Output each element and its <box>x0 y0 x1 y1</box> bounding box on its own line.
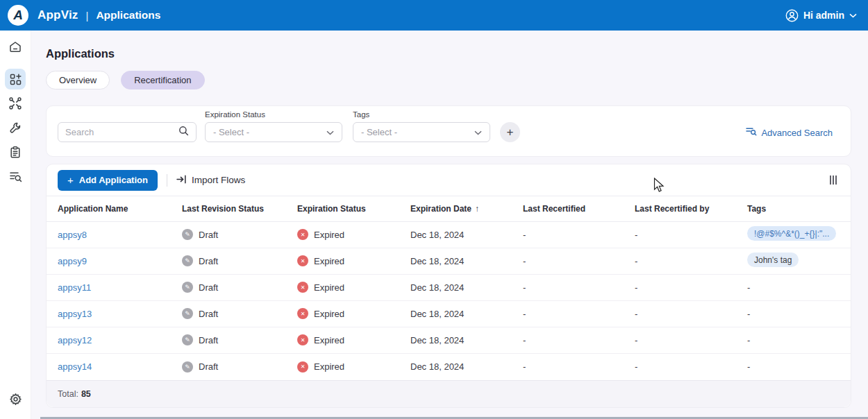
application-name-link[interactable]: appsy14 <box>58 361 92 372</box>
cell-last-recertified: - <box>523 335 635 345</box>
sort-ascending-icon[interactable]: ↑ <box>475 204 479 214</box>
expired-x-icon: ✕ <box>297 334 308 345</box>
main-content: Applications Overview Recertification Ex… <box>31 31 868 419</box>
tags-select-value: - Select - <box>361 127 397 137</box>
application-name-link[interactable]: appsy12 <box>58 335 92 345</box>
list-search-icon <box>9 171 22 182</box>
import-flows-button[interactable]: Import Flows <box>176 175 245 186</box>
column-header-last-recertified-by[interactable]: Last Recertified by <box>635 204 747 214</box>
wrench-icon <box>9 121 22 135</box>
import-icon <box>176 175 187 186</box>
column-header-tags[interactable]: Tags <box>747 204 851 214</box>
appviz-logo-icon[interactable]: A <box>8 5 28 26</box>
cell-last-revision-status: ✎Draft <box>182 361 297 373</box>
cell-last-recertified: - <box>523 230 635 240</box>
sidebar-item-home[interactable] <box>5 37 26 58</box>
tag-pill[interactable]: !@#$%^&*()_+{}|:"... <box>747 226 836 241</box>
draft-pencil-icon: ✎ <box>182 229 193 240</box>
page-title: Applications <box>46 47 115 60</box>
cell-expiration-status: ✕Expired <box>297 229 410 240</box>
expired-x-icon: ✕ <box>297 255 308 266</box>
expired-x-icon: ✕ <box>297 282 308 293</box>
add-filter-button[interactable]: + <box>500 122 520 142</box>
column-header-application-name[interactable]: Application Name <box>58 204 182 214</box>
cell-last-revision-status: ✎Draft <box>182 229 297 240</box>
table-row: appsy14✎Draft✕ExpiredDec 18, 2024--- <box>47 354 851 380</box>
search-box[interactable] <box>58 122 197 142</box>
column-header-label: Last Recertified by <box>635 204 709 214</box>
column-header-expiration-status[interactable]: Expiration Status <box>297 204 410 214</box>
revision-status-label: Draft <box>199 256 218 266</box>
search-input[interactable] <box>65 127 178 137</box>
tags-select[interactable]: - Select - <box>353 122 490 142</box>
clipboard-icon <box>9 146 22 159</box>
sidebar-item-flows[interactable] <box>5 93 26 114</box>
expired-x-icon: ✕ <box>297 308 308 319</box>
cell-last-revision-status: ✎Draft <box>182 334 297 345</box>
application-name-link[interactable]: appsy8 <box>58 230 87 240</box>
column-header-last-recertified[interactable]: Last Recertified <box>523 204 635 214</box>
cell-last-revision-status: ✎Draft <box>182 282 297 293</box>
table-row: appsy8✎Draft✕ExpiredDec 18, 2024--!@#$%^… <box>47 222 851 248</box>
column-header-label: Tags <box>747 204 766 214</box>
cell-application-name: appsy13 <box>58 309 182 319</box>
column-header-label: Application Name <box>58 204 128 214</box>
sidebar <box>0 31 31 419</box>
expiration-status-select[interactable]: - Select - <box>205 122 342 142</box>
column-bar-icon <box>833 176 834 185</box>
user-menu[interactable]: Hi admin <box>785 9 857 22</box>
cell-tags: - <box>747 335 851 345</box>
cell-expiration-date: Dec 18, 2024 <box>410 309 523 319</box>
user-avatar-icon <box>785 9 799 22</box>
column-header-expiration-date[interactable]: Expiration Date↑ <box>410 204 523 214</box>
cell-last-recertified: - <box>523 309 635 319</box>
expiration-status-label: Expired <box>314 361 344 372</box>
gear-icon <box>9 393 22 406</box>
column-settings-button[interactable] <box>827 173 840 187</box>
draft-pencil-icon: ✎ <box>182 282 193 293</box>
tag-pill[interactable]: John's tag <box>747 253 799 267</box>
top-navigation-bar: A AppViz | Applications Hi admin <box>0 0 868 31</box>
expiration-status-label: Expired <box>314 309 344 319</box>
tab-overview[interactable]: Overview <box>46 71 110 89</box>
sidebar-item-tools[interactable] <box>5 117 26 138</box>
table-row: appsy9✎Draft✕ExpiredDec 18, 2024--John's… <box>47 248 851 275</box>
cell-tags: - <box>747 309 851 319</box>
sidebar-item-applications[interactable] <box>5 69 26 89</box>
column-header-label: Expiration Status <box>297 204 366 214</box>
sidebar-item-audit-search[interactable] <box>5 166 26 187</box>
sidebar-item-settings[interactable] <box>5 388 26 409</box>
cell-tags: - <box>747 282 851 293</box>
chevron-down-icon <box>849 13 857 18</box>
application-name-link[interactable]: appsy11 <box>58 282 91 293</box>
cell-last-recertified: - <box>523 361 635 372</box>
cell-tags: - <box>747 361 851 372</box>
table-footer: Total: 85 <box>47 380 851 407</box>
applications-table-card: + Add Application Import Flows Applicati… <box>46 164 851 408</box>
home-icon <box>8 40 22 54</box>
chevron-down-icon <box>474 127 482 137</box>
apps-grid-plus-icon <box>9 73 22 86</box>
tab-recertification[interactable]: Recertification <box>121 71 204 89</box>
application-name-link[interactable]: appsy9 <box>58 256 87 266</box>
application-name-link[interactable]: appsy13 <box>58 309 92 319</box>
table-header-row: Application NameLast Revision StatusExpi… <box>47 196 851 221</box>
column-header-last-revision-status[interactable]: Last Revision Status <box>182 204 297 214</box>
cell-expiration-date: Dec 18, 2024 <box>410 282 523 293</box>
search-icon[interactable] <box>178 126 189 139</box>
table-row: appsy12✎Draft✕ExpiredDec 18, 2024--- <box>47 327 851 354</box>
cell-last-recertified-by: - <box>635 256 747 266</box>
column-header-label: Last Revision Status <box>182 204 264 214</box>
total-label: Total: <box>58 389 78 399</box>
expiration-status-filter-label: Expiration Status <box>205 110 265 119</box>
table-row: appsy11✎Draft✕ExpiredDec 18, 2024--- <box>47 275 851 301</box>
advanced-search-button[interactable]: Advanced Search <box>746 127 833 138</box>
draft-pencil-icon: ✎ <box>182 255 193 266</box>
revision-status-label: Draft <box>199 282 218 293</box>
cell-application-name: appsy9 <box>58 256 182 266</box>
add-application-button[interactable]: + Add Application <box>58 170 158 191</box>
expired-x-icon: ✕ <box>297 361 308 373</box>
cell-expiration-status: ✕Expired <box>297 308 410 319</box>
sidebar-item-reports[interactable] <box>5 142 26 162</box>
column-bar-icon <box>830 176 831 185</box>
